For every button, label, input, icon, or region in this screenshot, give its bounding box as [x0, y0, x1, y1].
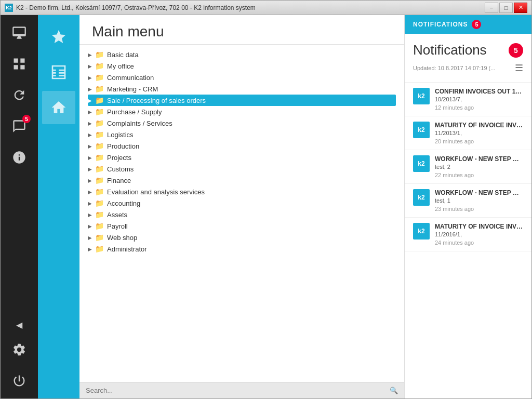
search-bar: 🔍	[79, 382, 404, 398]
maximize-button[interactable]: □	[499, 3, 513, 13]
sidebar-item-settings[interactable]	[4, 334, 35, 365]
close-button[interactable]: ✕	[514, 3, 527, 13]
search-input[interactable]	[86, 387, 390, 394]
sidebar-item-power[interactable]	[4, 365, 35, 396]
sidebar-item-grid[interactable]	[4, 48, 35, 79]
menu-item[interactable]: ▶📁Complaints / Services	[88, 117, 396, 129]
folder-icon: 📁	[95, 50, 104, 59]
folder-icon: 📁	[95, 130, 104, 139]
menu-item-arrow: ▶	[88, 201, 93, 206]
menu-item[interactable]: ▶📁Payroll	[88, 220, 396, 232]
sidebar-item-messages[interactable]: 5	[4, 111, 35, 142]
menu-item-arrow: ▶	[88, 86, 93, 92]
folder-icon: 📁	[95, 210, 104, 219]
folder-icon: 📁	[95, 62, 104, 70]
messages-badge: 5	[22, 115, 31, 123]
menu-item-arrow: ▶	[88, 223, 93, 229]
menu-item[interactable]: ▶📁Finance	[88, 175, 396, 186]
notification-avatar: k2	[413, 155, 430, 172]
menu-item-label: Payroll	[107, 222, 128, 230]
search-icon: 🔍	[390, 387, 398, 394]
notification-time: 24 minutes ago	[435, 240, 523, 246]
folder-icon: 📁	[95, 188, 104, 196]
nav-item-home[interactable]	[42, 91, 75, 124]
notifications-panel: NOTIFICATIONS 5 Notifications 5 Updated:…	[404, 15, 531, 398]
menu-item[interactable]: ▶📁Logistics	[88, 129, 396, 140]
app-icon: K2	[5, 4, 13, 12]
menu-item[interactable]: ▶📁Accounting	[88, 197, 396, 209]
menu-item[interactable]: ▶📁Sale / Processing of sales orders	[88, 95, 396, 106]
menu-item-label: Basic data	[107, 51, 139, 59]
notification-avatar: k2	[413, 223, 430, 240]
menu-item[interactable]: ▶📁Administrator	[88, 243, 396, 255]
sidebar-item-info[interactable]	[4, 142, 35, 173]
menu-item-arrow: ▶	[88, 155, 93, 161]
folder-icon: 📁	[95, 142, 104, 150]
menu-item-arrow: ▶	[88, 109, 93, 115]
notification-time: 23 minutes ago	[435, 206, 523, 212]
folder-icon: 📁	[95, 73, 104, 82]
folder-icon: 📁	[95, 119, 104, 127]
notification-time: 22 minutes ago	[435, 172, 523, 178]
notifications-tab-badge: 5	[472, 20, 481, 29]
notification-item[interactable]: k2CONFIRM INVOICES OUT 10/2013/7,10/2013…	[405, 83, 531, 116]
sidebar-collapse-arrow[interactable]: ◀	[12, 316, 26, 334]
menu-item[interactable]: ▶📁Production	[88, 140, 396, 152]
folder-icon: 📁	[95, 199, 104, 207]
menu-item[interactable]: ▶📁Purchase / Supply	[88, 106, 396, 117]
notification-item[interactable]: k2MATURITY OF INVOICE INVOICES I...11/20…	[405, 218, 531, 251]
sidebar-left: 5 ◀	[1, 15, 38, 398]
menu-item[interactable]: ▶📁Communication	[88, 72, 396, 83]
notifications-count-badge: 5	[509, 43, 523, 58]
notification-item[interactable]: k2MATURITY OF INVOICE INVOICES I...11/20…	[405, 116, 531, 150]
sidebar-item-refresh[interactable]	[4, 79, 35, 111]
menu-item-arrow: ▶	[88, 121, 93, 126]
notification-subtitle: 10/2013/7,	[435, 96, 523, 102]
notifications-list: k2CONFIRM INVOICES OUT 10/2013/7,10/2013…	[405, 83, 531, 398]
nav-item-documents[interactable]	[42, 56, 75, 89]
menu-item-arrow: ▶	[88, 166, 93, 172]
menu-item[interactable]: ▶📁Marketing - CRM	[88, 83, 396, 95]
menu-item-label: Production	[107, 142, 139, 150]
menu-item-arrow: ▶	[88, 189, 93, 195]
notification-subtitle: 11/2016/1,	[435, 231, 523, 237]
folder-icon: 📁	[95, 96, 104, 104]
menu-item[interactable]: ▶📁Evaluation and analysis services	[88, 186, 396, 197]
menu-item-label: Sale / Processing of sales orders	[107, 97, 206, 104]
nav-item-favorites[interactable]	[42, 20, 75, 54]
menu-item[interactable]: ▶📁My office	[88, 60, 396, 72]
menu-item-arrow: ▶	[88, 75, 93, 81]
notifications-menu-icon[interactable]: ☰	[515, 62, 523, 74]
menu-item-label: Web shop	[107, 234, 137, 242]
menu-item-label: Assets	[107, 211, 127, 219]
menu-item-label: Evaluation and analysis services	[107, 188, 205, 196]
folder-icon: 📁	[95, 153, 104, 162]
menu-item-label: Purchase / Supply	[107, 108, 162, 116]
menu-item[interactable]: ▶📁Projects	[88, 152, 396, 163]
folder-icon: 📁	[95, 245, 104, 253]
menu-item[interactable]: ▶📁Web shop	[88, 232, 396, 243]
minimize-button[interactable]: −	[485, 3, 498, 13]
notification-title: WORKFLOW - NEW STEP WF - WO...	[435, 155, 523, 163]
menu-item-arrow: ▶	[88, 178, 93, 183]
notifications-title: Notifications	[413, 42, 487, 58]
menu-item[interactable]: ▶📁Basic data	[88, 49, 396, 60]
notification-item[interactable]: k2WORKFLOW - NEW STEP WF - WO...test, 12…	[405, 184, 531, 218]
notifications-updated-text: Updated: 10.8.2017 14:07:19 (...	[413, 65, 495, 71]
menu-tree: ▶📁Basic data▶📁My office▶📁Communication▶📁…	[79, 45, 404, 382]
folder-icon: 📁	[95, 165, 104, 173]
sidebar-item-monitor[interactable]	[4, 17, 35, 48]
menu-item[interactable]: ▶📁Assets	[88, 209, 396, 220]
menu-item-label: Administrator	[107, 245, 147, 253]
folder-icon: 📁	[95, 176, 104, 184]
notifications-tab[interactable]: NOTIFICATIONS 5	[405, 15, 531, 34]
notification-item[interactable]: k2WORKFLOW - NEW STEP WF - WO...test, 22…	[405, 150, 531, 184]
menu-item-arrow: ▶	[88, 52, 93, 58]
notification-title: MATURITY OF INVOICE INVOICES I...	[435, 122, 523, 129]
window-title: K2 - Demo firm, Ltd., Koksární 1097/7, O…	[16, 4, 256, 11]
sidebar-nav	[38, 15, 79, 398]
menu-item[interactable]: ▶📁Customs	[88, 163, 396, 175]
menu-item-arrow: ▶	[88, 98, 93, 103]
folder-icon: 📁	[95, 85, 104, 93]
notification-avatar: k2	[413, 88, 430, 104]
